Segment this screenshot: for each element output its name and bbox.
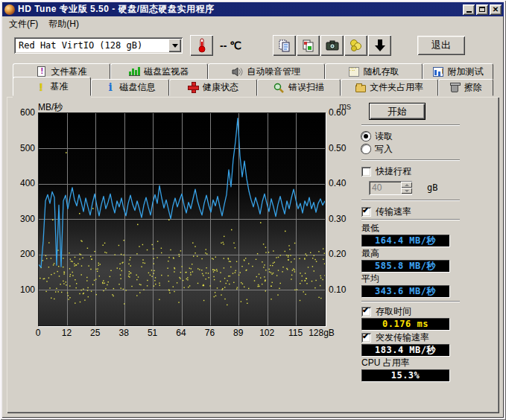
short-stroke-size-value: 40 bbox=[372, 182, 382, 193]
disk-info-icon: i bbox=[105, 82, 116, 93]
aam-speaker-icon bbox=[232, 66, 243, 77]
burst-rate-checkbox[interactable] bbox=[361, 333, 371, 343]
transfer-rate-checkbox[interactable] bbox=[361, 207, 371, 217]
tab-aam-speaker[interactable]: 自动噪音管理 bbox=[208, 63, 326, 80]
tab-disk-monitor[interactable]: 磁盘监视器 bbox=[110, 63, 208, 80]
menu-bar: 文件(F) 帮助(H) bbox=[2, 16, 504, 32]
copy-text-button[interactable] bbox=[273, 35, 296, 56]
x-tick: 76 bbox=[205, 328, 215, 338]
x-tick: 0 bbox=[36, 328, 41, 338]
burst-rate-label: 突发传输速率 bbox=[376, 331, 429, 344]
transfer-rate-label: 传输速率 bbox=[376, 206, 411, 218]
short-stroke-label: 快捷行程 bbox=[376, 165, 411, 178]
spinner-up-icon[interactable] bbox=[401, 182, 412, 188]
transfer-rate-row[interactable]: 传输速率 bbox=[361, 206, 496, 217]
temperature-unit: ℃ bbox=[230, 39, 241, 51]
y-left-tick: 300 bbox=[20, 214, 35, 224]
disk-monitor-icon bbox=[129, 66, 140, 77]
short-stroke-row[interactable]: 快捷行程 bbox=[361, 165, 496, 177]
burst-rate-readout: 183.4 MB/秒 bbox=[361, 344, 449, 356]
menu-file[interactable]: 文件(F) bbox=[4, 16, 43, 32]
donate-button[interactable] bbox=[344, 35, 367, 56]
temperature-button[interactable] bbox=[190, 35, 213, 56]
write-radio-label: 写入 bbox=[375, 143, 393, 156]
short-stroke-unit-label: gB bbox=[427, 182, 437, 193]
y-left-tick: 500 bbox=[20, 143, 35, 153]
cpu-usage-label: CPU 占用率 bbox=[361, 357, 496, 369]
access-time-readout: 0.176 ms bbox=[361, 318, 449, 330]
extra-tests-icon bbox=[432, 66, 443, 77]
drive-select-value: Red Hat VirtIO (128 gB) bbox=[19, 40, 168, 51]
tab-folder-usage[interactable]: 文件夹占用率 bbox=[341, 79, 438, 96]
save-down-arrow-icon bbox=[374, 39, 386, 52]
x-tick: 51 bbox=[148, 328, 157, 338]
minimize-button[interactable] bbox=[463, 4, 475, 15]
chart-plot-area bbox=[38, 112, 326, 326]
tab-label: 健康状态 bbox=[203, 81, 238, 94]
write-radio[interactable] bbox=[361, 144, 370, 153]
tab-strip: 文件基准磁盘监视器自动噪音管理随机存取附加测试 !基准i磁盘信息健康状态错误扫描… bbox=[2, 60, 504, 97]
read-radio-row[interactable]: 读取 bbox=[361, 130, 496, 142]
x-tick: 64 bbox=[176, 328, 186, 338]
tab-benchmark[interactable]: !基准 bbox=[13, 77, 91, 96]
tab-label: 磁盘信息 bbox=[120, 81, 156, 94]
short-stroke-spinner[interactable] bbox=[401, 182, 412, 194]
min-label: 最低 bbox=[361, 223, 496, 234]
y-axis-right-ticks: 0.600.500.400.300.200.10 bbox=[326, 112, 352, 326]
exit-button[interactable]: 退出 bbox=[417, 36, 465, 55]
access-time-row[interactable]: 存取时间 bbox=[361, 305, 496, 317]
x-tick: 12 bbox=[62, 328, 72, 338]
short-stroke-checkbox[interactable] bbox=[361, 167, 371, 176]
close-button[interactable]: ✕ bbox=[490, 4, 502, 15]
start-button-label: 开始 bbox=[388, 105, 407, 118]
y-right-tick: 0.10 bbox=[329, 284, 346, 295]
access-time-checkbox[interactable] bbox=[361, 307, 371, 316]
random-access-icon bbox=[348, 66, 359, 77]
maximize-button[interactable] bbox=[476, 4, 488, 15]
temperature-value: -- bbox=[220, 39, 227, 51]
screenshot-button[interactable] bbox=[320, 35, 344, 56]
x-tick: 89 bbox=[233, 328, 243, 338]
tab-extra-tests[interactable]: 附加测试 bbox=[423, 63, 493, 80]
start-button[interactable]: 开始 bbox=[369, 103, 426, 120]
copy-image-button[interactable] bbox=[297, 35, 320, 56]
tab-label: 基准 bbox=[51, 80, 69, 93]
menu-help[interactable]: 帮助(H) bbox=[43, 16, 84, 32]
y-right-tick: 0.60 bbox=[329, 107, 346, 118]
window-title: HD Tune 专业版 5.50 - 硬盘/固态硬盘实用程序 bbox=[18, 3, 463, 16]
tab-disk-info[interactable]: i磁盘信息 bbox=[91, 79, 169, 96]
folder-usage-icon bbox=[355, 82, 366, 93]
tab-label: 随机存取 bbox=[363, 66, 399, 78]
separator bbox=[361, 200, 460, 201]
x-tick: 128gB bbox=[309, 328, 335, 338]
y-right-tick: 0.30 bbox=[329, 214, 346, 224]
avg-readout: 343.6 MB/秒 bbox=[361, 285, 449, 297]
tab-error-scan[interactable]: 错误扫描 bbox=[257, 79, 341, 96]
tab-health[interactable]: 健康状态 bbox=[169, 79, 257, 96]
y-left-tick: 200 bbox=[20, 249, 35, 259]
spinner-down-icon[interactable] bbox=[401, 188, 412, 194]
separator bbox=[361, 159, 460, 161]
read-radio-label: 读取 bbox=[375, 130, 393, 143]
drive-select-dropdown-button[interactable] bbox=[168, 39, 181, 52]
read-radio[interactable] bbox=[361, 132, 370, 141]
copy-text-icon bbox=[278, 39, 291, 52]
drive-select[interactable]: Red Hat VirtIO (128 gB) bbox=[14, 37, 183, 54]
y-axis-left-label: MB/秒 bbox=[38, 101, 63, 112]
min-readout: 164.4 MB/秒 bbox=[361, 235, 449, 246]
write-radio-row[interactable]: 写入 bbox=[361, 143, 496, 155]
app-window: HD Tune 专业版 5.50 - 硬盘/固态硬盘实用程序 ✕ 文件(F) 帮… bbox=[0, 0, 506, 420]
benchmark-content-panel: MB/秒 ms 600500400300200100 0.600.500.400… bbox=[7, 97, 499, 413]
burst-rate-row[interactable]: 突发传输速率 bbox=[361, 331, 496, 343]
y-right-tick: 0.20 bbox=[329, 249, 346, 259]
y-right-tick: 0.40 bbox=[329, 178, 346, 188]
maximize-icon bbox=[479, 7, 485, 12]
separator bbox=[361, 301, 460, 302]
benchmark-controls: 开始 读取 写入 快捷行程 40 bbox=[352, 101, 496, 413]
tab-random-access[interactable]: 随机存取 bbox=[325, 63, 423, 80]
tab-erase[interactable]: 擦除 bbox=[438, 79, 493, 96]
chart-svg bbox=[39, 113, 325, 325]
save-results-button[interactable] bbox=[368, 35, 391, 56]
tab-label: 擦除 bbox=[464, 81, 482, 94]
cpu-usage-readout: 15.3% bbox=[361, 369, 449, 381]
